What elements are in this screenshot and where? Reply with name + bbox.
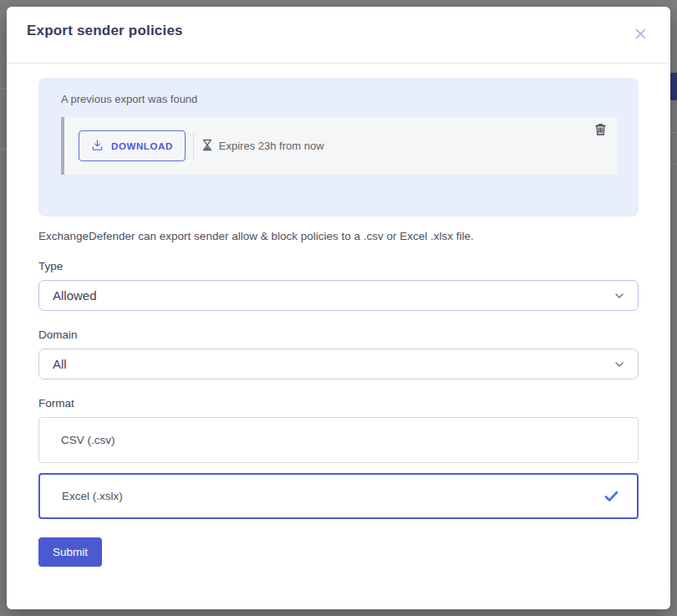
chevron-down-icon xyxy=(614,293,624,299)
domain-select[interactable]: All xyxy=(38,349,639,379)
submit-button[interactable]: Submit xyxy=(38,537,102,567)
expires-info: Expires 23h from now xyxy=(201,139,324,154)
format-option-excel[interactable]: Excel (.xslx) xyxy=(38,473,639,519)
format-option-label: CSV (.csv) xyxy=(61,434,115,446)
previous-export-panel: DOWNLOAD Expires 23h from now xyxy=(61,117,617,175)
background-fragment xyxy=(670,132,677,133)
format-label: Format xyxy=(38,397,639,410)
expires-text: Expires 23h from now xyxy=(219,140,324,152)
background-fragment xyxy=(670,164,677,165)
close-icon xyxy=(634,28,647,43)
previous-export-info-box: A previous export was found DOWNLOAD xyxy=(38,78,639,216)
checkmark-icon xyxy=(604,491,618,502)
domain-select-value: All xyxy=(53,357,67,371)
type-label: Type xyxy=(38,260,639,272)
modal-header: Export sender policies xyxy=(7,7,670,64)
domain-label: Domain xyxy=(38,328,639,341)
close-button[interactable] xyxy=(631,24,650,46)
trash-icon xyxy=(594,126,607,139)
modal-title: Export sender policies xyxy=(27,23,183,39)
format-option-csv[interactable]: CSV (.csv) xyxy=(38,417,639,463)
hourglass-icon xyxy=(201,139,213,154)
background-fragment xyxy=(670,73,677,100)
export-description: ExchangeDefender can export sender allow… xyxy=(38,230,639,242)
modal-body: A previous export was found DOWNLOAD xyxy=(7,64,670,567)
download-label: DOWNLOAD xyxy=(111,141,173,151)
download-button[interactable]: DOWNLOAD xyxy=(79,130,186,161)
delete-export-button[interactable] xyxy=(594,123,607,136)
download-icon xyxy=(91,139,104,153)
type-select-value: Allowed xyxy=(53,288,97,303)
format-option-label: Excel (.xslx) xyxy=(62,490,123,502)
type-select[interactable]: Allowed xyxy=(38,280,639,311)
export-sender-policies-modal: Export sender policies A previous export… xyxy=(7,7,670,609)
background-fragment xyxy=(0,149,7,150)
previous-export-message: A previous export was found xyxy=(61,93,617,105)
chevron-down-icon xyxy=(614,361,624,368)
background-fragment xyxy=(0,89,7,89)
vertical-divider xyxy=(193,134,194,159)
